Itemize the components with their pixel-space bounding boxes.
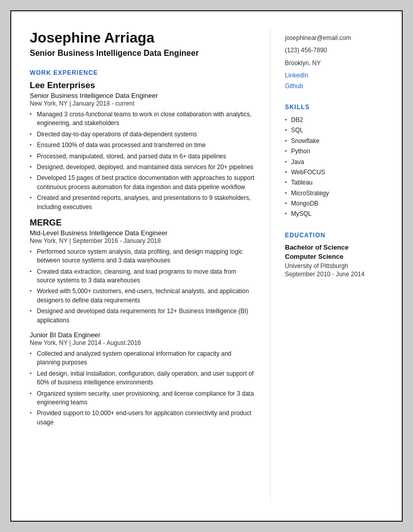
job-location-date-merge: New York, NY | September 2016 - January … (30, 237, 256, 244)
bullet-item: Organized system security, user provisio… (30, 390, 256, 407)
company-name-lee: Lee Enterprises (30, 80, 256, 91)
job-location-date-junior: New York, NY | June 2014 - August 2016 (30, 339, 256, 346)
edu-school: University of Pittsburgh (285, 261, 383, 271)
job-title-junior: Junior BI Data Engineer (30, 331, 256, 339)
job-junior-bi: Junior BI Data Engineer New York, NY | J… (30, 331, 256, 427)
job-title-merge: Mid-Level Business Intelligence Data Eng… (30, 229, 256, 237)
job-bullets-merge: Performed source system analysis, data p… (30, 248, 256, 325)
skills-list: DB2 SQL Snowflake Python Java WebFOCUS T… (285, 115, 383, 219)
contact-phone: (123) 456-7890 (285, 45, 383, 55)
bullet-item: Directed day-to-day operations of data-d… (30, 130, 256, 139)
edu-dates: September 2010 - June 2014 (285, 271, 383, 278)
skill-item: Python (285, 146, 383, 156)
bullet-item: Developed 15 pages of best practice docu… (30, 174, 256, 192)
job-bullets-junior: Collected and analyzed system operationa… (30, 350, 256, 427)
candidate-title: Senior Business Intelligence Data Engine… (30, 48, 256, 59)
job-title-lee: Senior Business Intelligence Data Engine… (30, 92, 256, 99)
skill-item: DB2 (285, 115, 383, 125)
contact-location: Brooklyn, NY (285, 58, 383, 68)
company-name-merge: MERGE (30, 218, 256, 228)
job-location-date-lee: New York, NY | January 2018 - current (30, 100, 256, 107)
github-link[interactable]: Github (285, 81, 383, 91)
bullet-item: Ensured 100% of data was processed and t… (30, 141, 256, 150)
skill-item: WebFOCUS (285, 167, 383, 177)
edu-field: Computer Science (285, 252, 383, 261)
left-column: Josephine Arriaga Senior Business Intell… (30, 30, 271, 502)
bullet-item: Worked with 5,000+ customers, end-users,… (30, 287, 256, 305)
candidate-name: Josephine Arriaga (30, 30, 256, 46)
bullet-item: Processed, manipulated, stored, and pars… (30, 152, 256, 161)
contact-email: josephinear@email.com (285, 33, 383, 43)
work-experience-label: WORK EXPERIENCE (30, 69, 256, 76)
job-lee-enterprises: Lee Enterprises Senior Business Intellig… (30, 80, 256, 212)
job-bullets-lee: Managed 3 cross-functional teams to work… (30, 110, 256, 212)
bullet-item: Collected and analyzed system operationa… (30, 350, 256, 367)
education-section: Bachelor of Science Computer Science Uni… (285, 243, 383, 278)
skill-item: SQL (285, 125, 383, 135)
resume-document: Josephine Arriaga Senior Business Intell… (10, 10, 403, 522)
edu-degree: Bachelor of Science (285, 243, 383, 252)
job-merge: MERGE Mid-Level Business Intelligence Da… (30, 218, 256, 325)
bullet-item: Performed source system analysis, data p… (30, 248, 256, 265)
bullet-item: Designed, developed, deployed, and maint… (30, 163, 256, 172)
skills-label: SKILLS (285, 104, 383, 111)
skill-item: MySQL (285, 209, 383, 219)
bullet-item: Provided support to 10,000+ end-users fo… (30, 409, 256, 427)
education-label: EDUCATION (285, 232, 383, 239)
bullet-item: Created and presented reports, analyses,… (30, 194, 256, 212)
skill-item: Tableau (285, 177, 383, 188)
bullet-item: Designed and developed data requirements… (30, 307, 256, 325)
header-section: Josephine Arriaga Senior Business Intell… (30, 30, 256, 59)
contact-section: josephinear@email.com (123) 456-7890 Bro… (285, 33, 383, 91)
right-column: josephinear@email.com (123) 456-7890 Bro… (271, 30, 383, 502)
bullet-item: Managed 3 cross-functional teams to work… (30, 110, 256, 128)
skill-item: MongoDB (285, 198, 383, 209)
bullet-item: Created data extraction, cleansing, and … (30, 268, 256, 285)
skill-item: MicroStrategy (285, 188, 383, 198)
skill-item: Snowflake (285, 136, 383, 146)
linkedin-link[interactable]: LinkedIn (285, 70, 383, 80)
bullet-item: Led design, initial installation, config… (30, 370, 256, 387)
skill-item: Java (285, 157, 383, 167)
